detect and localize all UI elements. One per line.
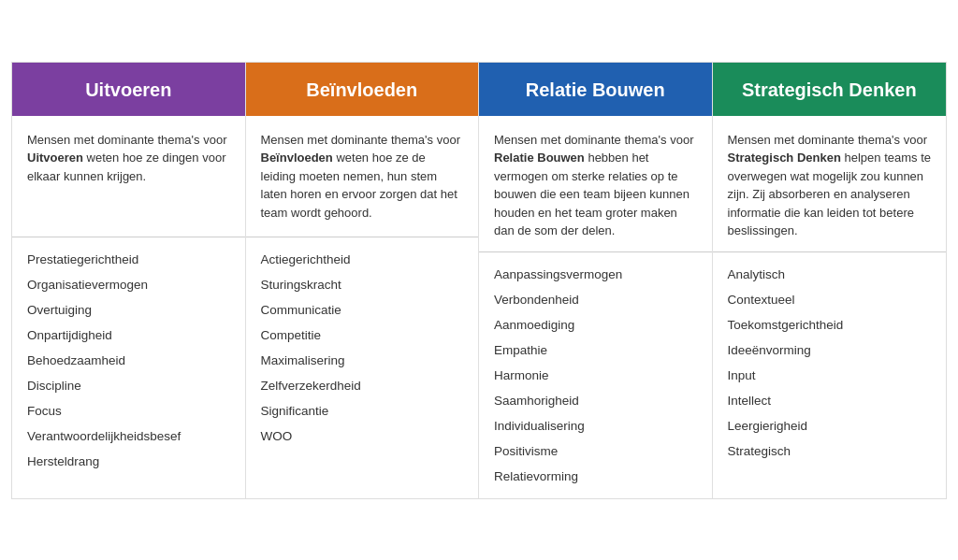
desc-bold: Uitvoeren: [27, 151, 83, 165]
main-grid: UitvoerenMensen met dominante thema's vo…: [11, 62, 947, 499]
desc-prefix: Mensen met dominante thema's voor: [27, 133, 226, 147]
list-item: Empathie: [494, 343, 697, 357]
list-item: Verbondenheid: [494, 293, 697, 307]
list-item: Ideeënvorming: [728, 343, 932, 357]
items-uitvoeren: PrestatiegerichtheidOrganisatievermogenO…: [12, 237, 245, 483]
column-relatie: Relatie BouwenMensen met dominante thema…: [479, 63, 713, 498]
list-item: Toekomstgerichtheid: [728, 318, 932, 332]
list-item: Harmonie: [494, 368, 697, 382]
list-item: Analytisch: [728, 267, 932, 281]
list-item: Relatievorming: [494, 469, 697, 483]
list-item: Individualisering: [494, 419, 697, 433]
desc-bold: Strategisch Denken: [728, 151, 841, 165]
list-item: Zelfverzekerdheid: [261, 379, 464, 393]
list-item: Onpartijdigheid: [27, 328, 230, 342]
list-item: Prestatiegerichtheid: [27, 252, 230, 266]
list-item: Saamhorigheid: [494, 394, 697, 408]
list-item: Contextueel: [728, 293, 932, 307]
desc-beinvloeden: Mensen met dominante thema's voor Beïnvl…: [246, 116, 479, 237]
list-item: Hersteldrang: [27, 454, 230, 468]
list-item: Sturingskracht: [261, 278, 464, 292]
desc-strategisch: Mensen met dominante thema's voor Strate…: [713, 116, 947, 252]
desc-relatie: Mensen met dominante thema's voor Relati…: [479, 116, 712, 252]
header-relatie: Relatie Bouwen: [479, 63, 712, 116]
desc-uitvoeren: Mensen met dominante thema's voor Uitvoe…: [12, 116, 245, 237]
items-strategisch: AnalytischContextueelToekomstgerichtheid…: [713, 252, 947, 473]
list-item: Competitie: [261, 328, 464, 342]
list-item: Strategisch: [728, 444, 932, 458]
list-item: Maximalisering: [261, 353, 464, 367]
list-item: Intellect: [728, 394, 932, 408]
column-uitvoeren: UitvoerenMensen met dominante thema's vo…: [12, 63, 246, 498]
header-beinvloeden: Beïnvloeden: [246, 63, 479, 116]
header-strategisch: Strategisch Denken: [713, 63, 947, 116]
list-item: Input: [728, 368, 932, 382]
desc-prefix: Mensen met dominante thema's voor: [261, 133, 460, 147]
list-item: Overtuiging: [27, 303, 230, 317]
desc-bold: Relatie Bouwen: [494, 151, 585, 165]
column-beinvloeden: BeïnvloedenMensen met dominante thema's …: [246, 63, 480, 498]
items-beinvloeden: ActiegerichtheidSturingskrachtCommunicat…: [246, 237, 479, 458]
list-item: Aanpassingsvermogen: [494, 267, 697, 281]
list-item: Behoedzaamheid: [27, 353, 230, 367]
list-item: Communicatie: [261, 303, 464, 317]
list-item: Discipline: [27, 379, 230, 393]
list-item: Positivisme: [494, 444, 697, 458]
list-item: Significantie: [261, 404, 464, 418]
column-strategisch: Strategisch DenkenMensen met dominante t…: [713, 63, 947, 498]
list-item: Actiegerichtheid: [261, 252, 464, 266]
list-item: Aanmoediging: [494, 318, 697, 332]
desc-bold: Beïnvloeden: [261, 151, 333, 165]
list-item: Leergierigheid: [728, 419, 932, 433]
list-item: Focus: [27, 404, 230, 418]
list-item: WOO: [261, 429, 464, 443]
list-item: Verantwoordelijkheidsbesef: [27, 429, 230, 443]
desc-prefix: Mensen met dominante thema's voor: [728, 133, 927, 147]
items-relatie: AanpassingsvermogenVerbondenheidAanmoedi…: [479, 252, 712, 498]
header-uitvoeren: Uitvoeren: [12, 63, 245, 116]
desc-prefix: Mensen met dominante thema's voor: [494, 133, 693, 147]
list-item: Organisatievermogen: [27, 278, 230, 292]
